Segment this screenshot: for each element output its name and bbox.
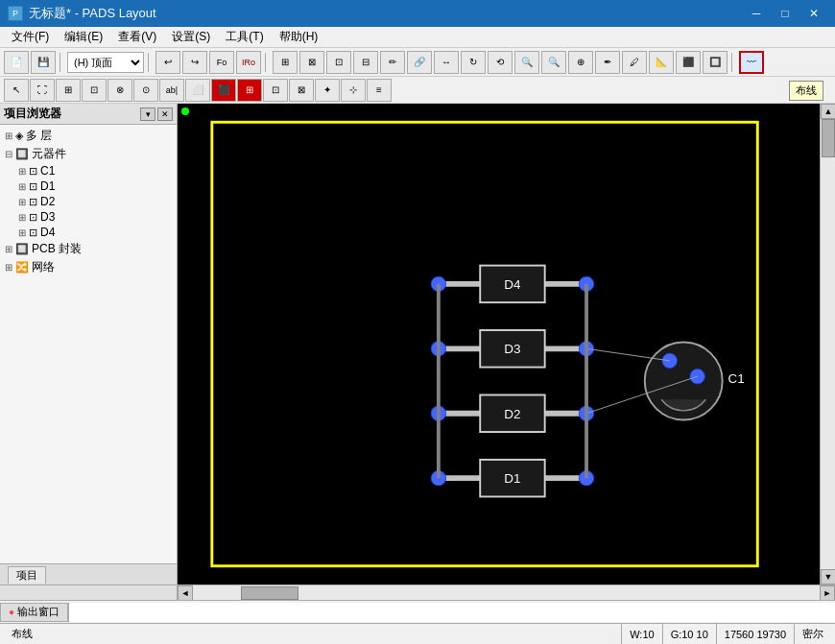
tb2-btn6[interactable]: ⊙ [133,79,158,102]
expand-network[interactable]: ⊞ [2,262,15,273]
tb2-btn11[interactable]: ⊡ [263,79,288,102]
menu-tools[interactable]: 工具(T) [218,27,271,47]
tb-btn-ro[interactable]: IRo [236,51,261,74]
d4-icon: ⊡ [29,227,37,239]
scroll-left-button[interactable]: ◄ [178,585,193,601]
tb-btn17[interactable]: ✒ [595,51,620,74]
scroll-down-button[interactable]: ▼ [821,569,835,584]
scroll-thumb-vertical[interactable] [822,119,835,157]
panel-pin-button[interactable]: ▾ [140,107,155,121]
expand-pcb[interactable]: ⊞ [2,244,15,254]
tb-btn14[interactable]: 🔍 [514,51,539,74]
tb2-btn1[interactable]: ↖ [4,79,29,102]
output-panel: ● 输出窗口 [0,600,835,623]
window-title: 无标题* - PADS Layout [29,5,156,22]
panel-close-button[interactable]: ✕ [157,107,173,121]
tb-btn-redo[interactable]: ↪ [182,51,207,74]
toolbar2: ↖ ⛶ ⊞ ⊡ ⊗ ⊙ ab| ⬜ ⬛ ⊞ ⊡ ⊠ ✦ ⊹ ≡ [0,77,835,104]
menu-view[interactable]: 查看(V) [110,27,164,47]
tb2-btn13[interactable]: ✦ [315,79,340,102]
d3-icon: ⊡ [29,211,37,224]
panel-tab-bar: 项目 [0,563,177,584]
tb-btn10[interactable]: 🔗 [407,51,432,74]
tree-item-d3[interactable]: ⊞ ⊡ D3 [2,209,175,225]
tb-btn15[interactable]: 🔍 [541,51,566,74]
tb-btn-fo[interactable]: Fo [209,51,234,74]
tb2-btn9[interactable]: ⬛ [211,79,236,102]
tb-btn8[interactable]: ⊟ [353,51,378,74]
tb2-btn15[interactable]: ≡ [367,79,392,102]
network-label: 网络 [32,259,55,275]
tb-btn16[interactable]: ⊕ [568,51,593,74]
tb-btn19[interactable]: 📐 [649,51,674,74]
scroll-track-vertical[interactable] [821,119,835,569]
tb-btn5[interactable]: ⊞ [273,51,298,74]
tree-item-pcb[interactable]: ⊞ 🔲 PCB 封装 [2,240,175,258]
toolbar-tooltip: 布线 [789,81,823,101]
tb2-btn2[interactable]: ⛶ [30,79,55,102]
tb2-btn7[interactable]: ab| [159,79,184,102]
tb-btn18[interactable]: 🖊 [622,51,647,74]
route-button[interactable]: 〰 [739,51,764,74]
tb-btn7[interactable]: ⊡ [326,51,351,74]
menu-edit[interactable]: 编辑(E) [57,27,110,47]
tb-btn12[interactable]: ↻ [461,51,486,74]
menu-help[interactable]: 帮助(H) [272,27,326,47]
expand-d2[interactable]: ⊞ [15,197,29,207]
tb-btn9[interactable]: ✏ [380,51,405,74]
output-tab[interactable]: ● 输出窗口 [0,603,68,622]
status-unit: 密尔 [795,624,831,644]
tb2-btn4[interactable]: ⊡ [82,79,107,102]
tree-item-components[interactable]: ⊟ 🔲 元器件 [2,145,175,163]
scroll-up-button[interactable]: ▲ [821,104,835,119]
tb-btn21[interactable]: 🔲 [703,51,728,74]
status-g-label: G:10 10 [671,629,708,640]
tb2-btn5[interactable]: ⊗ [107,79,132,102]
status-coord: 17560 19730 [717,624,795,644]
title-bar-left: P 无标题* - PADS Layout [8,5,156,22]
menu-settings[interactable]: 设置(S) [164,27,218,47]
tree-item-d2[interactable]: ⊞ ⊡ D2 [2,194,175,209]
tb2-btn10[interactable]: ⊞ [237,79,262,102]
multilayer-icon: ◈ [15,130,23,142]
tb-sep1 [60,53,63,72]
expand-multilayer[interactable]: ⊞ [2,131,15,141]
tree-item-multilayer[interactable]: ⊞ ◈ 多 层 [2,127,175,145]
scroll-right-button[interactable]: ► [820,585,835,601]
save-button[interactable]: 💾 [31,51,56,74]
close-button[interactable]: ✕ [800,3,827,24]
title-bar-controls: ─ □ ✕ [743,3,827,24]
new-button[interactable]: 📄 [4,51,29,74]
tb2-btn8[interactable]: ⬜ [185,79,210,102]
tree-item-network[interactable]: ⊞ 🔀 网络 [2,258,175,276]
canvas-area[interactable]: D4 D3 D2 [178,104,820,584]
tree-item-c1[interactable]: ⊞ ⊡ C1 [2,163,175,179]
tb2-btn12[interactable]: ⊠ [289,79,314,102]
layer-select[interactable]: (H) 顶面 [67,52,144,73]
scroll-thumb-horizontal[interactable] [241,586,298,600]
expand-d3[interactable]: ⊞ [15,212,29,223]
maximize-button[interactable]: □ [772,3,799,24]
tb-btn13[interactable]: ⟲ [488,51,513,74]
tb-btn6[interactable]: ⊠ [299,51,324,74]
expand-c1[interactable]: ⊞ [15,166,29,177]
expand-components[interactable]: ⊟ [2,149,15,159]
menu-file[interactable]: 文件(F) [4,27,57,47]
title-bar: P 无标题* - PADS Layout ─ □ ✕ [0,0,835,27]
tb2-btn3[interactable]: ⊞ [56,79,81,102]
bottom-left-spacer [0,585,178,600]
tree-item-d1[interactable]: ⊞ ⊡ D1 [2,179,175,194]
panel-header: 项目浏览器 ▾ ✕ [0,104,177,125]
tb2-btn14[interactable]: ⊹ [341,79,366,102]
tb-btn11[interactable]: ↔ [434,51,459,74]
expand-d1[interactable]: ⊞ [15,181,29,192]
scroll-track-horizontal[interactable] [193,585,820,600]
expand-d4[interactable]: ⊞ [15,227,29,238]
tb-btn-undo[interactable]: ↩ [155,51,180,74]
status-coord-label: 17560 19730 [725,629,786,640]
tb-btn20[interactable]: ⬛ [676,51,701,74]
panel-tab-project[interactable]: 项目 [8,566,46,584]
tree-item-d4[interactable]: ⊞ ⊡ D4 [2,225,175,240]
minimize-button[interactable]: ─ [743,3,770,24]
d2-icon: ⊡ [29,196,37,208]
